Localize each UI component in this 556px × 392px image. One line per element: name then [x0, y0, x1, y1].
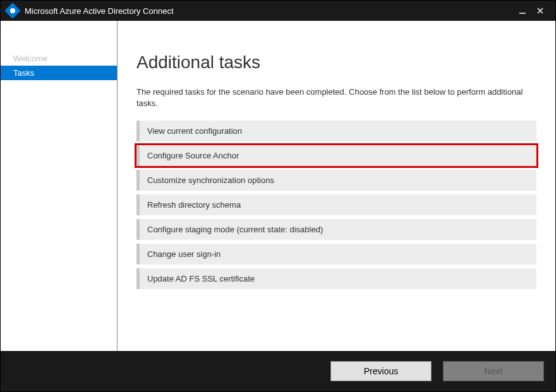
minimize-button[interactable] — [514, 2, 531, 20]
task-update-ad-fs-ssl-certificate[interactable]: Update AD FS SSL certificate — [136, 268, 536, 289]
main-content: Additional tasks The required tasks for … — [118, 21, 555, 351]
task-change-user-sign-in[interactable]: Change user sign-in — [136, 244, 536, 264]
task-view-current-configuration[interactable]: View current configuration — [136, 121, 536, 141]
previous-button[interactable]: Previous — [330, 361, 432, 381]
sidebar: Welcome Tasks — [1, 21, 118, 351]
window-title: Microsoft Azure Active Directory Connect — [25, 6, 514, 16]
page-title: Additional tasks — [136, 52, 536, 73]
sidebar-item-label: Welcome — [13, 54, 47, 63]
task-label: Customize synchronization options — [147, 175, 274, 185]
sidebar-item-label: Tasks — [13, 68, 34, 78]
task-label: Configure Source Anchor — [147, 151, 239, 160]
next-button: Next — [443, 361, 544, 381]
sidebar-item-welcome[interactable]: Welcome — [1, 51, 117, 66]
app-logo-icon — [4, 3, 20, 18]
sidebar-item-tasks[interactable]: Tasks — [1, 66, 117, 80]
task-label: View current configuration — [147, 126, 242, 136]
task-label: Refresh directory schema — [147, 200, 241, 210]
task-refresh-directory-schema[interactable]: Refresh directory schema — [136, 194, 536, 215]
footer: Previous Next — [1, 351, 555, 391]
page-description: The required tasks for the scenario have… — [136, 86, 536, 109]
task-label: Change user sign-in — [147, 249, 221, 259]
task-customize-synchronization-options[interactable]: Customize synchronization options — [136, 170, 536, 191]
titlebar: Microsoft Azure Active Directory Connect — [1, 1, 555, 21]
task-configure-staging-mode[interactable]: Configure staging mode (current state: d… — [136, 219, 536, 240]
body: Welcome Tasks Additional tasks The requi… — [1, 21, 555, 351]
task-list: View current configuration Configure Sou… — [136, 121, 536, 289]
task-label: Configure staging mode (current state: d… — [147, 225, 323, 234]
task-label: Update AD FS SSL certificate — [147, 274, 255, 283]
close-button[interactable] — [531, 2, 549, 20]
task-configure-source-anchor[interactable]: Configure Source Anchor — [136, 145, 536, 166]
